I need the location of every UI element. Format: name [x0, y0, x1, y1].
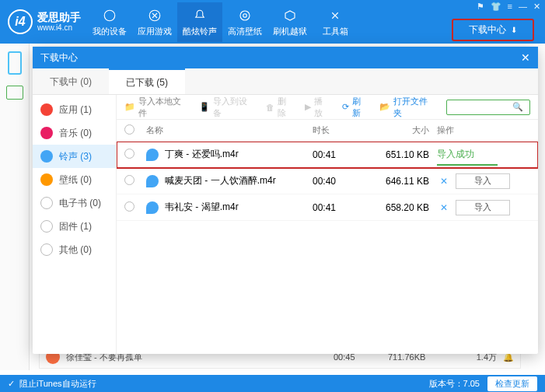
menu-icon[interactable]: ≡ — [508, 2, 512, 12]
skin-icon[interactable]: 👕 — [491, 2, 501, 12]
download-center-button[interactable]: 下载中心 ⬇ — [452, 19, 534, 41]
row-status: 导入成功 — [437, 148, 474, 161]
other-icon — [40, 243, 53, 256]
sidebar-item-ebooks[interactable]: 电子书 (0) — [33, 191, 116, 215]
play-button: ▶ 播放 — [305, 96, 330, 119]
col-duration[interactable]: 时长 — [313, 124, 367, 136]
nav-ringtones[interactable]: 酷炫铃声 — [177, 2, 222, 42]
import-device-button: 📱 导入到设备 — [199, 96, 255, 119]
brand-logo-icon: i4 — [8, 9, 33, 34]
row-duration: 00:41 — [313, 202, 367, 213]
row-size: 646.11 KB — [367, 176, 437, 187]
import-local-button[interactable]: 📁 导入本地文件 — [124, 96, 188, 119]
download-center-window: 下载中心 ✕ 下载中 (0) 已下载 (5) 应用 (1) 音乐 (0) 铃声 … — [33, 47, 538, 354]
top-bar: i4 爱思助手 www.i4.cn 我的设备 应用游戏 酷炫铃声 高清壁纸 刷机… — [0, 0, 545, 44]
search-icon[interactable]: 🔍 — [512, 102, 523, 112]
row-size: 651.10 KB — [367, 149, 437, 160]
sidebar-item-music[interactable]: 音乐 (0) — [33, 121, 116, 145]
dc-close-button[interactable]: ✕ — [521, 51, 530, 64]
dc-tabs: 下载中 (0) 已下载 (5) — [33, 68, 538, 95]
svg-point-3 — [243, 13, 247, 17]
table-row[interactable]: 丁爽 - 还爱吗.m4r 00:41 651.10 KB 导入成功 — [117, 142, 538, 168]
table-header: 名称 时长 大小 操作 — [117, 120, 538, 142]
dc-title: 下载中心 — [40, 51, 78, 65]
tab-downloading[interactable]: 下载中 (0) — [33, 68, 109, 94]
dc-title-bar[interactable]: 下载中心 ✕ — [33, 47, 538, 68]
row-name: 韦礼安 - 渴望.m4r — [165, 201, 313, 214]
wallpaper-icon — [40, 173, 53, 186]
device-icon[interactable] — [8, 51, 22, 75]
row-name: 喊麦天团 - 一人饮酒醉.m4r — [165, 174, 313, 187]
close-icon[interactable]: ✕ — [533, 2, 540, 12]
select-all-checkbox[interactable] — [124, 124, 135, 135]
ringtone-icon — [146, 175, 159, 187]
table-body: 丁爽 - 还爱吗.m4r 00:41 651.10 KB 导入成功 喊麦天团 -… — [117, 142, 538, 354]
refresh-button[interactable]: ⟳ 刷新 — [342, 96, 369, 119]
sidebar-item-other[interactable]: 其他 (0) — [33, 238, 116, 261]
brand: i4 爱思助手 www.i4.cn — [0, 9, 87, 34]
remove-row-button[interactable]: ✕ — [437, 202, 451, 213]
itunes-block-label[interactable]: 阻止iTunes自动运行 — [19, 378, 96, 390]
version-text: 版本号：7.05 — [429, 378, 480, 390]
row-name: 丁爽 - 还爱吗.m4r — [165, 148, 313, 161]
check-update-button[interactable]: 检查更新 — [487, 376, 537, 391]
dc-sidebar: 应用 (1) 音乐 (0) 铃声 (3) 壁纸 (0) 电子书 (0) 固件 (… — [33, 95, 117, 354]
row-duration: 00:40 — [313, 176, 367, 187]
download-center-label: 下载中心 — [469, 23, 506, 37]
nav-apps[interactable]: 应用游戏 — [132, 2, 177, 42]
ringtone-icon — [146, 201, 159, 214]
col-name[interactable]: 名称 — [146, 124, 313, 136]
col-operation[interactable]: 操作 — [437, 124, 530, 136]
row-checkbox[interactable] — [124, 149, 135, 159]
mini-search-box[interactable] — [6, 86, 23, 100]
feedback-icon[interactable]: ⚑ — [477, 2, 484, 12]
nav-flash[interactable]: 刷机越狱 — [267, 2, 313, 42]
row-duration: 00:41 — [313, 149, 367, 160]
remove-row-button[interactable]: ✕ — [437, 176, 451, 187]
brand-title: 爱思助手 — [37, 12, 81, 23]
window-controls: ⚑ 👕 ≡ — ✕ — [477, 2, 540, 12]
bell-icon — [40, 150, 53, 163]
ringtone-icon — [146, 149, 159, 161]
sidebar-item-ringtones[interactable]: 铃声 (3) — [33, 145, 116, 168]
status-bar: ✓ 阻止iTunes自动运行 版本号：7.05 检查更新 — [0, 375, 545, 392]
music-side-icon — [40, 127, 53, 139]
brand-subtitle: www.i4.cn — [37, 23, 81, 32]
sidebar-item-firmware[interactable]: 固件 (1) — [33, 215, 116, 238]
download-arrow-icon: ⬇ — [511, 26, 517, 34]
nav-toolbox[interactable]: 工具箱 — [313, 2, 358, 42]
nav-wallpapers[interactable]: 高清壁纸 — [222, 2, 267, 42]
col-size[interactable]: 大小 — [367, 124, 437, 136]
itunes-block-icon[interactable]: ✓ — [8, 379, 15, 389]
table-row[interactable]: 韦礼安 - 渴望.m4r 00:41 658.20 KB ✕导入 — [117, 194, 538, 221]
open-folder-button[interactable]: 📂 打开文件夹 — [379, 96, 435, 119]
import-button[interactable]: 导入 — [456, 173, 510, 189]
minimize-icon[interactable]: — — [519, 2, 527, 12]
row-size: 658.20 KB — [367, 202, 437, 213]
svg-point-0 — [104, 10, 115, 21]
sidebar-item-wallpapers[interactable]: 壁纸 (0) — [33, 168, 116, 191]
table-row[interactable]: 喊麦天团 - 一人饮酒醉.m4r 00:40 646.11 KB ✕导入 — [117, 168, 538, 194]
import-button[interactable]: 导入 — [456, 200, 510, 215]
svg-point-2 — [240, 11, 250, 20]
sidebar-item-apps[interactable]: 应用 (1) — [33, 98, 116, 121]
ebook-icon — [40, 197, 53, 209]
toolbar-search-input[interactable] — [450, 103, 512, 112]
apps-icon — [40, 103, 53, 116]
dc-toolbar: 📁 导入本地文件 📱 导入到设备 🗑 删除 ▶ 播放 ⟳ 刷新 📂 打开文件夹 … — [117, 95, 538, 120]
tab-downloaded[interactable]: 已下载 (5) — [109, 68, 185, 94]
toolbar-search[interactable]: 🔍 — [446, 100, 530, 115]
row-checkbox[interactable] — [124, 175, 135, 185]
nav-my-device[interactable]: 我的设备 — [87, 2, 132, 42]
firmware-icon — [40, 220, 53, 233]
row-checkbox[interactable] — [124, 201, 135, 212]
delete-button: 🗑 删除 — [266, 96, 294, 119]
